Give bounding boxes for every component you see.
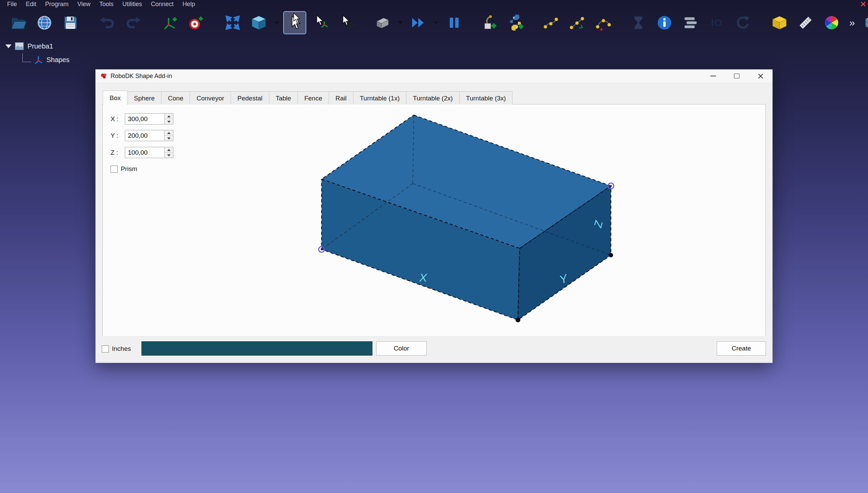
add-target-button[interactable] [185, 12, 207, 34]
update-button[interactable] [732, 12, 754, 34]
corner-point-right [609, 253, 613, 258]
save-station-button[interactable] [60, 12, 81, 34]
robodk-main-window: { "menu": { "items": ["File","Edit","Pro… [0, 0, 868, 493]
tab-sphere[interactable]: Sphere [127, 91, 161, 105]
menu-tools[interactable]: Tools [95, 0, 118, 8]
color-tool-button[interactable] [821, 12, 843, 34]
color-swatch[interactable] [141, 341, 372, 356]
create-button[interactable]: Create [717, 341, 766, 356]
teach-circular-button[interactable] [592, 12, 614, 34]
move-reference-tool-button[interactable] [310, 12, 332, 34]
io-monitor-button[interactable]: IO [706, 12, 728, 34]
shape-tool-button[interactable] [862, 12, 868, 34]
menu-program[interactable]: Program [41, 0, 73, 8]
x-decrement-button[interactable] [165, 119, 173, 124]
measure-button[interactable] [795, 12, 816, 34]
folder-open-icon [10, 15, 26, 31]
tab-cone[interactable]: Cone [161, 91, 190, 105]
tree-expander-icon[interactable] [5, 44, 12, 48]
dialog-maximize-button[interactable] [725, 70, 749, 82]
minimize-icon [710, 76, 716, 76]
tab-conveyor[interactable]: Conveyor [190, 91, 231, 105]
arrow-down-icon [167, 154, 171, 156]
move-object-icon [339, 15, 355, 31]
tab-turntable-2x[interactable]: Turntable (2x) [406, 91, 460, 105]
dialog-minimize-button[interactable] [701, 70, 725, 82]
y-row: Y : [111, 130, 173, 141]
menu-file[interactable]: File [3, 0, 21, 8]
dialog-title-bar[interactable]: RoboDK Shape Add-in [96, 70, 772, 82]
add-program-icon [481, 15, 498, 31]
y-label: Y : [111, 132, 125, 139]
check-collisions-button[interactable] [371, 12, 393, 34]
collision-dropdown-arrow-icon[interactable] [398, 12, 403, 34]
view-dropdown-arrow-icon[interactable] [274, 12, 279, 34]
tab-box[interactable]: Box [103, 91, 128, 105]
menu-edit[interactable]: Edit [21, 0, 41, 8]
package-icon [771, 15, 788, 31]
y-decrement-button[interactable] [165, 136, 173, 141]
station-tree: Prueba1 Shapes [3, 39, 70, 67]
color-wheel-icon [824, 15, 840, 31]
menu-connect[interactable]: Connect [147, 0, 178, 8]
ruler-icon [797, 15, 814, 31]
simulation-speed-button[interactable] [628, 12, 649, 34]
python-icon [507, 15, 524, 31]
fast-simulation-button[interactable] [407, 12, 429, 34]
x-increment-button[interactable] [165, 114, 173, 119]
cube-icon [251, 15, 267, 31]
isometric-view-button[interactable] [248, 12, 270, 34]
z-label: Z : [111, 149, 125, 156]
tab-turntable-1x[interactable]: Turntable (1x) [353, 91, 407, 105]
move-object-tool-button[interactable] [336, 12, 358, 34]
add-python-program-button[interactable] [505, 12, 526, 34]
toolbar-overflow-button[interactable]: » [847, 12, 857, 34]
menu-help[interactable]: Help [178, 0, 199, 8]
y-value-input[interactable] [125, 130, 164, 141]
dialog-close-button[interactable] [749, 70, 772, 82]
station-parameters-button[interactable] [680, 12, 701, 34]
shape-tab-bar: Box Sphere Cone Conveyor Pedestal Table … [103, 91, 766, 105]
tab-table[interactable]: Table [269, 91, 298, 105]
tree-shapes-row[interactable]: Shapes [3, 53, 70, 67]
add-reference-frame-button[interactable] [159, 12, 181, 34]
tab-rail[interactable]: Rail [329, 91, 353, 105]
arrow-down-icon [167, 137, 171, 139]
teach-target-button[interactable] [540, 12, 562, 34]
post-processor-button[interactable] [769, 12, 790, 34]
pause-simulation-button[interactable] [443, 12, 465, 34]
menu-utilities[interactable]: Utilities [118, 0, 147, 8]
select-tool-button[interactable] [284, 12, 306, 34]
inches-checkbox[interactable] [102, 345, 109, 353]
tab-pedestal[interactable]: Pedestal [231, 91, 269, 105]
teach-joint-icon [543, 15, 559, 31]
simulation-dropdown-arrow-icon[interactable] [433, 12, 439, 34]
redo-button[interactable] [122, 12, 144, 34]
y-increment-button[interactable] [165, 130, 173, 136]
fast-forward-icon [410, 15, 426, 31]
z-value-input[interactable] [125, 147, 164, 158]
tree-station-row[interactable]: Prueba1 [3, 39, 70, 53]
tab-fence[interactable]: Fence [297, 91, 329, 105]
shape-3d-preview[interactable]: X Y Z [102, 105, 767, 337]
teach-linear-button[interactable] [566, 12, 588, 34]
info-button[interactable] [654, 12, 675, 34]
fit-all-button[interactable] [222, 12, 244, 34]
tab-turntable-3x[interactable]: Turntable (3x) [459, 91, 513, 105]
x-value-input[interactable] [125, 114, 164, 124]
z-increment-button[interactable] [165, 147, 173, 153]
undo-arrow-icon [99, 15, 115, 31]
open-station-button[interactable] [7, 12, 29, 34]
io-label: IO [711, 17, 722, 29]
info-icon [656, 15, 673, 31]
axis-x-label: X [419, 271, 427, 284]
open-online-library-button[interactable] [34, 12, 55, 34]
color-button[interactable]: Color [376, 341, 427, 356]
main-toolbar: IO » [0, 9, 868, 37]
menu-view[interactable]: View [73, 0, 95, 8]
add-program-button[interactable] [479, 12, 500, 34]
undo-button[interactable] [96, 12, 118, 34]
prism-checkbox[interactable] [111, 166, 118, 173]
z-decrement-button[interactable] [165, 153, 173, 158]
shapes-item-icon [33, 55, 43, 65]
